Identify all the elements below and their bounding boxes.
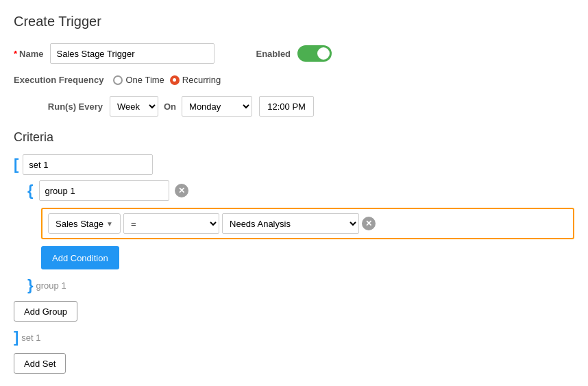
- value-select[interactable]: Needs Analysis Qualification Proposal Ne…: [222, 213, 359, 234]
- group-close-text: group 1: [36, 280, 66, 291]
- toggle-track: [297, 45, 332, 62]
- runs-every-label: Run(s) Every: [14, 101, 103, 112]
- toggle-thumb: [317, 47, 330, 60]
- add-set-button[interactable]: Add Set: [14, 353, 66, 374]
- add-condition-button[interactable]: Add Condition: [41, 246, 119, 269]
- set-open-bracket: [: [14, 156, 19, 173]
- field-dropdown-arrow: ▼: [106, 220, 113, 228]
- time-input[interactable]: [259, 96, 314, 117]
- set-close-bracket: ]: [14, 328, 19, 346]
- on-label: On: [164, 101, 176, 112]
- field-button[interactable]: Sales Stage ▼: [48, 213, 121, 234]
- set-close-text: set 1: [21, 333, 40, 343]
- group-input[interactable]: [39, 180, 169, 201]
- condition-close-btn[interactable]: ✕: [362, 217, 376, 230]
- execution-frequency-radio-group: One Time Recurring: [113, 75, 221, 85]
- radio-one-time[interactable]: One Time: [113, 75, 164, 85]
- operator-select[interactable]: = != > <: [123, 213, 219, 234]
- add-group-button[interactable]: Add Group: [14, 301, 77, 322]
- page-title: Create Trigger: [14, 14, 574, 29]
- set-input[interactable]: [23, 154, 153, 175]
- radio-recurring[interactable]: Recurring: [170, 75, 221, 85]
- radio-one-time-label: One Time: [125, 75, 164, 85]
- radio-recurring-label: Recurring: [182, 75, 221, 85]
- set-close-row: ] set 1: [14, 328, 574, 346]
- group-close-brace: }: [27, 276, 34, 294]
- group-close-btn[interactable]: ✕: [175, 184, 188, 197]
- group-close-label: } group 1: [27, 276, 574, 294]
- on-day-select[interactable]: Monday Tuesday Wednesday Thursday Friday: [182, 96, 252, 117]
- execution-frequency-label: Execution Frequency: [14, 75, 103, 85]
- criteria-title: Criteria: [14, 130, 574, 145]
- radio-recurring-circle: [170, 75, 180, 85]
- runs-every-select[interactable]: Week Day Month: [110, 96, 158, 117]
- name-label: *Name: [14, 49, 43, 59]
- radio-one-time-circle: [113, 75, 123, 85]
- enabled-toggle[interactable]: [297, 45, 332, 62]
- enabled-label: Enabled: [256, 49, 291, 59]
- required-star: *: [14, 49, 17, 59]
- name-input[interactable]: [50, 43, 215, 64]
- condition-row: Sales Stage ▼ = != > < Needs Analysis Qu…: [41, 208, 574, 239]
- field-label: Sales Stage: [56, 219, 103, 229]
- group-open-brace: {: [27, 182, 34, 200]
